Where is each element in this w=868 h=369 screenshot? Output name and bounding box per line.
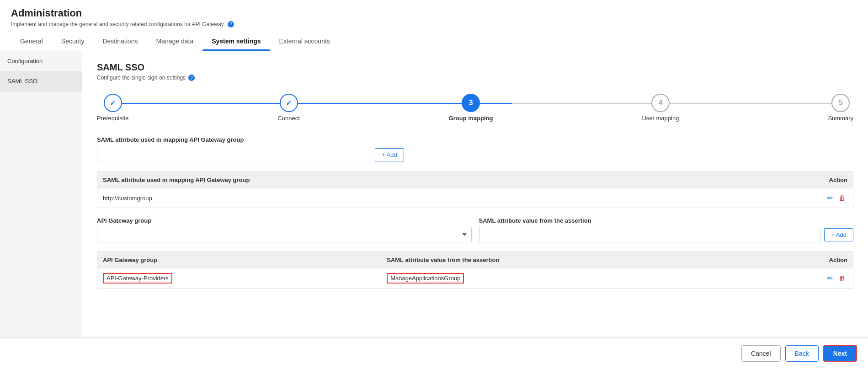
col-attribute: SAML attribute used in mapping API Gatew… — [97, 172, 817, 188]
saml-attribute-table-header: SAML attribute used in mapping API Gatew… — [97, 172, 853, 188]
api-gateway-group-select[interactable] — [97, 227, 472, 242]
content-title: SAML SSO — [97, 62, 853, 73]
step-prerequisite: ✓ Prerequisite — [97, 94, 128, 122]
sidebar-item-saml-sso[interactable]: SAML SSO — [0, 71, 82, 91]
group-edit-button[interactable]: ✏ — [825, 273, 835, 283]
header: Administration Implement and manage the … — [0, 0, 868, 51]
step-circle-4: 4 — [651, 94, 670, 112]
api-gateway-group-label: API Gateway group — [97, 217, 472, 224]
group-mapping-table: API Gateway group SAML attribute value f… — [97, 251, 853, 289]
saml-attribute-section: SAML attribute used in mapping API Gatew… — [97, 136, 853, 208]
nav-tabs: General Security Destinations Manage dat… — [11, 33, 857, 51]
footer: Cancel Back Next — [0, 337, 868, 369]
content-help-icon[interactable]: ? — [188, 75, 195, 81]
step-connect: ✓ Connect — [277, 94, 299, 122]
tab-manage-data[interactable]: Manage data — [147, 33, 202, 51]
group-edit-icon: ✏ — [827, 274, 833, 282]
group-action-cell: ✏ 🗑 — [817, 268, 853, 289]
group-mapping-add-button[interactable]: + Add — [824, 228, 853, 241]
api-group-value: API-Gateway-Providers — [97, 268, 382, 289]
tab-destinations[interactable]: Destinations — [93, 33, 147, 51]
step-label-3: Group mapping — [449, 115, 493, 122]
edit-icon: ✏ — [827, 194, 833, 202]
saml-assertion-col: SAML attribute value from the assertion … — [479, 217, 854, 242]
next-button[interactable]: Next — [823, 345, 857, 362]
sidebar-item-configuration[interactable]: Configuration — [0, 51, 82, 71]
saml-assertion-input[interactable] — [479, 227, 821, 242]
col-action-2: Action — [817, 252, 853, 268]
api-group-highlighted: API-Gateway-Providers — [103, 273, 172, 283]
step-circle-2: ✓ — [280, 94, 298, 112]
delete-button[interactable]: 🗑 — [837, 193, 847, 203]
api-gateway-group-col: API Gateway group — [97, 217, 472, 242]
col-api-group: API Gateway group — [97, 252, 382, 268]
tab-external-accounts[interactable]: External accounts — [270, 33, 339, 51]
saml-attribute-input[interactable] — [97, 147, 371, 162]
saml-value-highlighted: ManageApplicationsGroup — [387, 273, 464, 283]
page-title: Administration — [11, 7, 857, 19]
edit-button[interactable]: ✏ — [825, 193, 835, 203]
step-circle-3: 3 — [462, 94, 480, 112]
content-subtitle: Configure the single sign-on settings ? — [97, 75, 853, 81]
group-mapping-inputs: API Gateway group SAML attribute value f… — [97, 217, 853, 242]
step-circle-5: 5 — [831, 94, 850, 112]
group-mapping-section: API Gateway group SAML attribute value f… — [97, 217, 853, 289]
step-user-mapping: 4 User mapping — [642, 94, 679, 122]
attribute-value: http://customgroup — [97, 188, 817, 208]
step-group-mapping: 3 Group mapping — [449, 94, 493, 122]
delete-icon: 🗑 — [839, 194, 846, 202]
tab-general[interactable]: General — [11, 33, 52, 51]
table-row: http://customgroup ✏ 🗑 — [97, 188, 853, 208]
saml-attribute-table: SAML attribute used in mapping API Gatew… — [97, 171, 853, 208]
page-subtitle: Implement and manage the general and sec… — [11, 21, 857, 27]
step-label-1: Prerequisite — [97, 115, 128, 122]
step-summary: 5 Summary — [828, 94, 853, 122]
step-label-5: Summary — [828, 115, 853, 122]
step-label-4: User mapping — [642, 115, 679, 122]
saml-value-cell: ManageApplicationsGroup — [381, 268, 816, 289]
sidebar: Configuration SAML SSO — [0, 51, 82, 337]
action-cell: ✏ 🗑 — [817, 188, 853, 208]
tab-security[interactable]: Security — [52, 33, 94, 51]
header-help-icon[interactable]: ? — [228, 21, 234, 27]
group-table-row: API-Gateway-Providers ManageApplications… — [97, 268, 853, 289]
saml-attribute-add-button[interactable]: + Add — [375, 148, 404, 161]
cancel-button[interactable]: Cancel — [741, 345, 781, 362]
group-delete-button[interactable]: 🗑 — [837, 273, 847, 283]
group-table-header: API Gateway group SAML attribute value f… — [97, 252, 853, 268]
saml-assertion-label: SAML attribute value from the assertion — [479, 217, 854, 224]
saml-attribute-label: SAML attribute used in mapping API Gatew… — [97, 136, 853, 143]
stepper: ✓ Prerequisite ✓ Connect 3 Group mapping… — [97, 94, 853, 122]
saml-attribute-input-row: + Add — [97, 147, 853, 162]
col-saml-value: SAML attribute value from the assertion — [381, 252, 816, 268]
app-container: Administration Implement and manage the … — [0, 0, 868, 369]
content-area: SAML SSO Configure the single sign-on se… — [82, 51, 868, 337]
back-button[interactable]: Back — [785, 345, 819, 362]
tab-system-settings[interactable]: System settings — [202, 33, 270, 51]
group-delete-icon: 🗑 — [839, 274, 846, 282]
step-circle-1: ✓ — [104, 94, 122, 112]
col-action: Action — [817, 172, 853, 188]
step-label-2: Connect — [277, 115, 299, 122]
main-layout: Configuration SAML SSO SAML SSO Configur… — [0, 51, 868, 337]
